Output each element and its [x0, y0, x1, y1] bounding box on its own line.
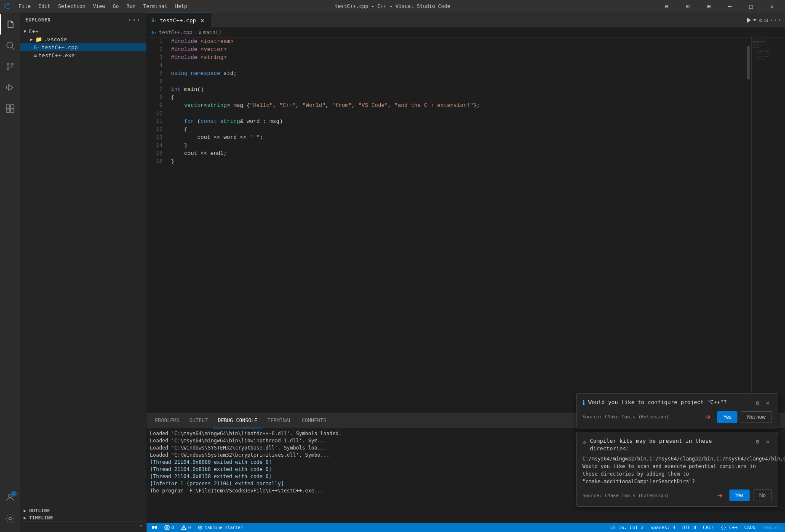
notif-kits-settings[interactable]: ⚙ [753, 437, 762, 446]
status-run-info[interactable]: tabnine starter [196, 523, 244, 532]
breadcrumb-symbol-icon: ⊙ [199, 30, 202, 35]
run-icon [745, 17, 752, 24]
zen-mode-btn[interactable]: ⊡ [678, 0, 697, 13]
maximize-btn[interactable]: □ [741, 0, 761, 13]
activity-extensions[interactable] [0, 98, 20, 119]
editor-scrollbar[interactable] [745, 37, 751, 413]
settings-icon [5, 513, 15, 524]
notif-kits-close[interactable]: ✕ [764, 437, 772, 446]
menu-selection[interactable]: Selection [55, 3, 89, 10]
kits-no-button[interactable]: No [753, 489, 772, 501]
editor-layout-btn[interactable]: ⊞ [699, 0, 718, 13]
title-bar-left: File Edit Selection View Go Run Terminal… [3, 3, 191, 10]
menu-run[interactable]: Run [123, 3, 139, 10]
tab-close-btn[interactable]: ✕ [198, 16, 206, 24]
menu-view[interactable]: View [90, 3, 109, 10]
editor-more-btn[interactable]: ··· [769, 16, 782, 24]
code-line-13: cout << word << " "; [171, 133, 745, 141]
sidebar-header: EXPLORER ··· [20, 13, 146, 27]
breadcrumb-symbol[interactable]: ⊙ main() [199, 29, 222, 35]
notif-cmake-header: ℹ Would you like to configure project "C… [582, 399, 772, 407]
notif-cmake-source: Source: CMake Tools (Extension) [582, 414, 669, 420]
collapse-btn[interactable]: ⌃ [139, 524, 143, 530]
sidebar-layout-btn[interactable]: ⊟ [657, 0, 676, 13]
editor-tab-test-cpp[interactable]: G· testC++.cpp ✕ [147, 13, 211, 27]
tree-vscode-folder[interactable]: ▶ 📁 .vscode [20, 35, 146, 43]
editor-toolbar: ⚙ ⊡ ··· [742, 16, 785, 24]
status-notifications[interactable]: CAON [742, 523, 757, 532]
arrow-to-yes: ➜ [705, 412, 710, 422]
run-info-icon [198, 525, 203, 530]
red-arrow-icon-2: ➜ [717, 490, 723, 501]
status-eol[interactable]: CRLF [701, 523, 716, 532]
editor-settings-btn[interactable]: ⚙ [759, 17, 762, 24]
activity-accounts[interactable]: 1 [0, 487, 20, 508]
activity-explorer[interactable] [0, 14, 20, 35]
breadcrumb: G· testC++.cpp › ⊙ main() [147, 28, 785, 37]
status-warnings[interactable]: 0 [179, 523, 193, 532]
activity-bar-bottom: 1 [0, 487, 20, 532]
status-language[interactable]: {} C++ [719, 523, 740, 532]
arrow-to-yes-2: ➜ [717, 490, 723, 501]
editor-scrollbar-thumb[interactable] [747, 46, 750, 80]
code-line-7: int main() [171, 85, 745, 93]
panel-tab-debug-console[interactable]: DEBUG CONSOLE [213, 414, 262, 428]
svg-point-4 [7, 63, 9, 65]
menu-bar: File Edit Selection View Go Run Terminal… [15, 3, 191, 10]
code-editor[interactable]: 1 2 3 4 5 6 7 8 9 10 11 12 13 14 15 16 [147, 37, 785, 413]
activity-settings[interactable] [0, 508, 20, 529]
line-num-5: 5 [147, 69, 163, 77]
status-left: 0 0 tabnine starter [150, 523, 245, 532]
outline-section[interactable]: ▶ OUTLINE [20, 507, 146, 514]
cmake-yes-button[interactable]: Yes [717, 411, 737, 423]
menu-edit[interactable]: Edit [35, 3, 54, 10]
code-line-2: #include <vector> [171, 45, 745, 53]
kits-yes-button[interactable]: Yes [729, 489, 750, 501]
svg-rect-12 [11, 109, 14, 112]
notif-cmake-settings[interactable]: ⚙ [753, 399, 762, 407]
cmake-not-now-button[interactable]: Not now [741, 411, 772, 423]
minimap-content: #include <iostream> #include <vector> #i… [752, 37, 785, 63]
menu-file[interactable]: File [15, 3, 34, 10]
status-spaces[interactable]: Spaces: 4 [649, 523, 677, 532]
notif-cmake-close[interactable]: ✕ [764, 399, 772, 407]
outline-arrow: ▶ [24, 508, 27, 513]
line-num-2: 2 [147, 45, 163, 53]
svg-marker-7 [8, 85, 13, 90]
minimap: #include <iostream> #include <vector> #i… [751, 37, 785, 413]
line-num-6: 6 [147, 77, 163, 85]
line-num-4: 4 [147, 61, 163, 69]
minimize-btn[interactable]: ─ [720, 0, 740, 13]
panel-tab-problems[interactable]: PROBLEMS [150, 414, 184, 428]
activity-source-control[interactable] [0, 56, 20, 77]
test-exe-label: testC++.exe [38, 52, 75, 59]
menu-help[interactable]: Help [172, 3, 191, 10]
notif-kits-buttons: ➜ Yes No [717, 489, 772, 501]
tree-root-folder[interactable]: ▼ C++ [20, 27, 146, 35]
panel-tab-output[interactable]: OUTPUT [184, 414, 213, 428]
status-encoding[interactable]: UTF-8 [681, 523, 698, 532]
status-remote[interactable] [150, 523, 159, 532]
status-errors[interactable]: 0 [163, 523, 176, 532]
editor-split-btn[interactable]: ⊡ [764, 17, 768, 24]
panel-tab-terminal[interactable]: TERMINAL [262, 414, 297, 428]
tree-test-exe[interactable]: ≡ testC++.exe [20, 51, 146, 59]
run-split-btn[interactable] [745, 17, 757, 24]
timeline-section[interactable]: ▶ TIMELINE [20, 514, 146, 521]
breadcrumb-file[interactable]: G· testC++.cpp [152, 29, 192, 35]
status-cursor[interactable]: Ln 16, Col 2 [609, 523, 645, 532]
activity-run-debug[interactable] [0, 77, 20, 98]
close-btn[interactable]: ✕ [762, 0, 782, 13]
cursor-position: Ln 16, Col 2 [610, 525, 643, 530]
cpp-file-icon: G· [34, 45, 40, 51]
menu-terminal[interactable]: Terminal [140, 3, 171, 10]
code-content[interactable]: #include <iostream> #include <vector> #i… [168, 37, 745, 413]
code-line-4 [171, 61, 745, 69]
sidebar-more-btn[interactable]: ··· [128, 16, 141, 24]
folder-arrow-right: ▶ [30, 37, 33, 42]
activity-search[interactable] [0, 35, 20, 56]
tree-test-cpp[interactable]: G· testC++.cpp [20, 43, 146, 51]
panel-tab-comments[interactable]: COMMENTS [297, 414, 331, 428]
menu-go[interactable]: Go [109, 3, 122, 10]
svg-point-14 [9, 517, 11, 520]
